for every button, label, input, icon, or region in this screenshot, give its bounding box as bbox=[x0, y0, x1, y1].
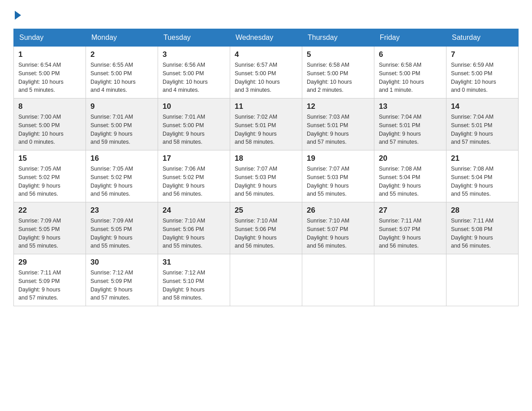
calendar-cell: 5 Sunrise: 6:58 AM Sunset: 5:00 PM Dayli… bbox=[302, 47, 374, 98]
day-info: Sunrise: 7:08 AM Sunset: 5:04 PM Dayligh… bbox=[451, 165, 514, 198]
day-number: 14 bbox=[451, 102, 514, 111]
day-info: Sunrise: 7:09 AM Sunset: 5:05 PM Dayligh… bbox=[18, 217, 81, 250]
day-of-week-header: Friday bbox=[374, 29, 446, 47]
calendar-cell: 22 Sunrise: 7:09 AM Sunset: 5:05 PM Dayl… bbox=[14, 202, 86, 254]
day-info: Sunrise: 6:56 AM Sunset: 5:00 PM Dayligh… bbox=[163, 61, 225, 94]
calendar-cell: 15 Sunrise: 7:05 AM Sunset: 5:02 PM Dayl… bbox=[14, 150, 86, 202]
day-info: Sunrise: 6:54 AM Sunset: 5:00 PM Dayligh… bbox=[18, 61, 81, 94]
day-number: 9 bbox=[90, 102, 153, 111]
calendar-cell: 4 Sunrise: 6:57 AM Sunset: 5:00 PM Dayli… bbox=[230, 47, 302, 98]
day-info: Sunrise: 7:08 AM Sunset: 5:04 PM Dayligh… bbox=[379, 165, 442, 198]
calendar-cell: 8 Sunrise: 7:00 AM Sunset: 5:00 PM Dayli… bbox=[14, 98, 86, 150]
day-number: 13 bbox=[379, 102, 442, 111]
calendar-cell: 21 Sunrise: 7:08 AM Sunset: 5:04 PM Dayl… bbox=[446, 150, 519, 202]
calendar-cell: 30 Sunrise: 7:12 AM Sunset: 5:09 PM Dayl… bbox=[86, 254, 158, 306]
day-number: 11 bbox=[235, 102, 297, 111]
day-number: 18 bbox=[235, 154, 297, 163]
day-of-week-header: Monday bbox=[86, 29, 158, 47]
day-number: 25 bbox=[235, 206, 297, 215]
day-info: Sunrise: 7:11 AM Sunset: 5:08 PM Dayligh… bbox=[451, 217, 514, 250]
calendar-cell: 7 Sunrise: 6:59 AM Sunset: 5:00 PM Dayli… bbox=[446, 47, 519, 98]
calendar-cell: 20 Sunrise: 7:08 AM Sunset: 5:04 PM Dayl… bbox=[374, 150, 446, 202]
day-number: 12 bbox=[307, 102, 369, 111]
calendar-week-row: 22 Sunrise: 7:09 AM Sunset: 5:05 PM Dayl… bbox=[14, 202, 519, 254]
day-number: 31 bbox=[163, 258, 225, 267]
calendar-cell bbox=[374, 254, 446, 306]
day-number: 7 bbox=[451, 50, 514, 59]
day-number: 24 bbox=[163, 206, 225, 215]
calendar-cell: 18 Sunrise: 7:07 AM Sunset: 5:03 PM Dayl… bbox=[230, 150, 302, 202]
day-info: Sunrise: 7:10 AM Sunset: 5:06 PM Dayligh… bbox=[163, 217, 225, 250]
day-number: 16 bbox=[90, 154, 153, 163]
day-info: Sunrise: 7:05 AM Sunset: 5:02 PM Dayligh… bbox=[18, 165, 81, 198]
calendar-cell: 25 Sunrise: 7:10 AM Sunset: 5:06 PM Dayl… bbox=[230, 202, 302, 254]
calendar-cell: 3 Sunrise: 6:56 AM Sunset: 5:00 PM Dayli… bbox=[158, 47, 230, 98]
calendar-week-row: 29 Sunrise: 7:11 AM Sunset: 5:09 PM Dayl… bbox=[14, 254, 519, 306]
day-number: 22 bbox=[18, 206, 81, 215]
day-info: Sunrise: 7:10 AM Sunset: 5:06 PM Dayligh… bbox=[235, 217, 297, 250]
day-of-week-header: Tuesday bbox=[158, 29, 230, 47]
calendar-table: SundayMondayTuesdayWednesdayThursdayFrid… bbox=[13, 29, 519, 306]
calendar-cell: 19 Sunrise: 7:07 AM Sunset: 5:03 PM Dayl… bbox=[302, 150, 374, 202]
calendar-cell: 24 Sunrise: 7:10 AM Sunset: 5:06 PM Dayl… bbox=[158, 202, 230, 254]
calendar-cell: 1 Sunrise: 6:54 AM Sunset: 5:00 PM Dayli… bbox=[14, 47, 86, 98]
calendar-cell: 10 Sunrise: 7:01 AM Sunset: 5:00 PM Dayl… bbox=[158, 98, 230, 150]
calendar-week-row: 15 Sunrise: 7:05 AM Sunset: 5:02 PM Dayl… bbox=[14, 150, 519, 202]
day-of-week-header: Wednesday bbox=[230, 29, 302, 47]
day-info: Sunrise: 7:11 AM Sunset: 5:09 PM Dayligh… bbox=[18, 269, 81, 302]
day-number: 20 bbox=[379, 154, 442, 163]
calendar-cell bbox=[446, 254, 519, 306]
calendar-cell: 12 Sunrise: 7:03 AM Sunset: 5:01 PM Dayl… bbox=[302, 98, 374, 150]
day-info: Sunrise: 7:01 AM Sunset: 5:00 PM Dayligh… bbox=[90, 113, 153, 146]
logo-arrow-icon bbox=[15, 11, 21, 20]
calendar-cell: 13 Sunrise: 7:04 AM Sunset: 5:01 PM Dayl… bbox=[374, 98, 446, 150]
calendar-cell: 2 Sunrise: 6:55 AM Sunset: 5:00 PM Dayli… bbox=[86, 47, 158, 98]
day-number: 29 bbox=[18, 258, 81, 267]
day-number: 21 bbox=[451, 154, 514, 163]
day-number: 27 bbox=[379, 206, 442, 215]
calendar-cell: 31 Sunrise: 7:12 AM Sunset: 5:10 PM Dayl… bbox=[158, 254, 230, 306]
day-info: Sunrise: 7:11 AM Sunset: 5:07 PM Dayligh… bbox=[379, 217, 442, 250]
day-number: 30 bbox=[90, 258, 153, 267]
day-info: Sunrise: 7:06 AM Sunset: 5:02 PM Dayligh… bbox=[163, 165, 225, 198]
day-info: Sunrise: 7:01 AM Sunset: 5:00 PM Dayligh… bbox=[163, 113, 225, 146]
calendar-week-row: 1 Sunrise: 6:54 AM Sunset: 5:00 PM Dayli… bbox=[14, 47, 519, 98]
day-number: 5 bbox=[307, 50, 369, 59]
day-info: Sunrise: 7:10 AM Sunset: 5:07 PM Dayligh… bbox=[307, 217, 369, 250]
day-of-week-header: Saturday bbox=[446, 29, 519, 47]
day-info: Sunrise: 6:58 AM Sunset: 5:00 PM Dayligh… bbox=[307, 61, 369, 94]
day-info: Sunrise: 6:57 AM Sunset: 5:00 PM Dayligh… bbox=[235, 61, 297, 94]
calendar-cell: 28 Sunrise: 7:11 AM Sunset: 5:08 PM Dayl… bbox=[446, 202, 519, 254]
day-number: 4 bbox=[235, 50, 297, 59]
day-number: 1 bbox=[18, 50, 81, 59]
calendar-cell: 17 Sunrise: 7:06 AM Sunset: 5:02 PM Dayl… bbox=[158, 150, 230, 202]
day-number: 17 bbox=[163, 154, 225, 163]
day-info: Sunrise: 7:05 AM Sunset: 5:02 PM Dayligh… bbox=[90, 165, 153, 198]
calendar-cell: 6 Sunrise: 6:58 AM Sunset: 5:00 PM Dayli… bbox=[374, 47, 446, 98]
calendar-cell: 29 Sunrise: 7:11 AM Sunset: 5:09 PM Dayl… bbox=[14, 254, 86, 306]
day-info: Sunrise: 6:58 AM Sunset: 5:00 PM Dayligh… bbox=[379, 61, 442, 94]
day-info: Sunrise: 7:03 AM Sunset: 5:01 PM Dayligh… bbox=[307, 113, 369, 146]
day-info: Sunrise: 7:09 AM Sunset: 5:05 PM Dayligh… bbox=[90, 217, 153, 250]
calendar-cell: 16 Sunrise: 7:05 AM Sunset: 5:02 PM Dayl… bbox=[86, 150, 158, 202]
calendar-cell bbox=[302, 254, 374, 306]
day-number: 8 bbox=[18, 102, 81, 111]
calendar-cell: 23 Sunrise: 7:09 AM Sunset: 5:05 PM Dayl… bbox=[86, 202, 158, 254]
page-header bbox=[13, 9, 519, 20]
day-info: Sunrise: 7:12 AM Sunset: 5:09 PM Dayligh… bbox=[90, 269, 153, 302]
day-info: Sunrise: 7:00 AM Sunset: 5:00 PM Dayligh… bbox=[18, 113, 81, 146]
calendar-cell: 27 Sunrise: 7:11 AM Sunset: 5:07 PM Dayl… bbox=[374, 202, 446, 254]
logo-top bbox=[13, 9, 21, 20]
calendar-cell: 14 Sunrise: 7:04 AM Sunset: 5:01 PM Dayl… bbox=[446, 98, 519, 150]
day-of-week-header: Sunday bbox=[14, 29, 86, 47]
day-info: Sunrise: 6:59 AM Sunset: 5:00 PM Dayligh… bbox=[451, 61, 514, 94]
day-info: Sunrise: 7:02 AM Sunset: 5:01 PM Dayligh… bbox=[235, 113, 297, 146]
day-number: 2 bbox=[90, 50, 153, 59]
day-number: 26 bbox=[307, 206, 369, 215]
day-info: Sunrise: 7:07 AM Sunset: 5:03 PM Dayligh… bbox=[307, 165, 369, 198]
day-info: Sunrise: 7:07 AM Sunset: 5:03 PM Dayligh… bbox=[235, 165, 297, 198]
day-number: 3 bbox=[163, 50, 225, 59]
calendar-week-row: 8 Sunrise: 7:00 AM Sunset: 5:00 PM Dayli… bbox=[14, 98, 519, 150]
calendar-cell: 26 Sunrise: 7:10 AM Sunset: 5:07 PM Dayl… bbox=[302, 202, 374, 254]
day-number: 23 bbox=[90, 206, 153, 215]
